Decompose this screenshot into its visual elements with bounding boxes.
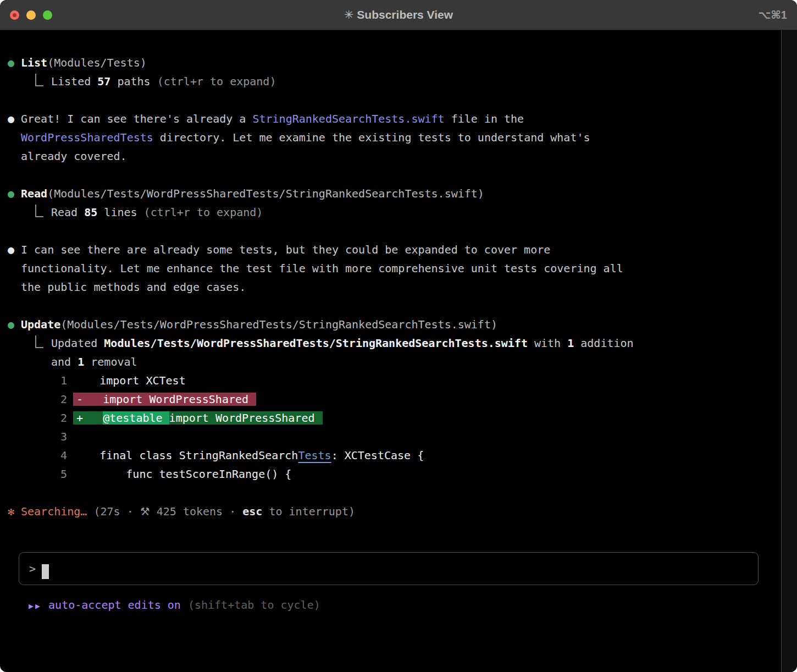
zoom-button[interactable]: [43, 10, 52, 20]
file-link: WordPressSharedTests: [21, 131, 153, 144]
terminal-window: ✳ Subscribers View ⌥⌘1 ● List(Modules/Te…: [0, 0, 797, 672]
file-path: Modules/Tests/WordPressSharedTests/Strin…: [104, 337, 528, 350]
expand-hint: (ctrl+r to expand): [144, 206, 263, 219]
message-bullet-icon: ●: [8, 240, 21, 296]
assistant-message: ● I can see there are already some tests…: [8, 240, 775, 296]
tool-bullet-icon: ●: [8, 315, 21, 334]
close-button[interactable]: [10, 10, 19, 20]
expand-hint: (ctrl+r to expand): [157, 75, 276, 88]
window-title: ✳ Subscribers View: [0, 5, 797, 24]
traffic-lights: [0, 10, 52, 20]
tool-result-read: Read 85 lines (ctrl+r to expand): [35, 203, 775, 222]
diff-line-added: 2 + @testable import WordPressShared: [8, 409, 775, 427]
result-text: Read: [51, 206, 84, 219]
tool-call-update: ● Update(Modules/Tests/WordPressSharedTe…: [8, 315, 775, 334]
result-text: paths: [110, 75, 157, 88]
auto-accept-icon: ▶▶: [29, 597, 42, 615]
tokens-icon: ⚒: [140, 505, 150, 518]
message-line: the public methods and edge cases.: [21, 278, 623, 296]
result-count: 57: [97, 75, 110, 88]
status-meta: (27s ·: [93, 505, 140, 518]
elbow-icon: [35, 335, 43, 348]
line-number: 5: [8, 465, 67, 483]
status-line: ✻ Searching… (27s · ⚒ 425 tokens · esc t…: [8, 502, 775, 521]
result-count: 85: [84, 206, 97, 219]
file-link: StringRankedSearchTests.swift: [252, 112, 444, 125]
tool-args: (Modules/Tests): [47, 56, 147, 69]
tool-name: Update: [21, 318, 60, 331]
mode-line: ▶▶ auto-accept edits on (shift+tab to cy…: [29, 596, 775, 615]
assistant-message: ● Great! I can see there's already a Str…: [8, 109, 775, 166]
auto-accept-label[interactable]: auto-accept edits on: [48, 596, 181, 614]
tool-args: (Modules/Tests/WordPressSharedTests/Stri…: [60, 318, 497, 331]
diff-line-context: 4 final class StringRankedSearchTests: X…: [8, 446, 775, 465]
message-bullet-icon: ●: [8, 109, 21, 166]
message-line: WordPressSharedTests directory. Let me e…: [21, 128, 590, 147]
minimize-button[interactable]: [26, 10, 36, 20]
tool-bullet-icon: ●: [8, 184, 21, 203]
result-line: and 1 removal: [51, 352, 634, 371]
line-number: 2: [8, 409, 67, 427]
tool-result-list: Listed 57 paths (ctrl+r to expand): [35, 72, 775, 91]
search-match: Tests: [298, 449, 331, 462]
tool-call-list: ● List(Modules/Tests): [8, 53, 775, 72]
code-text: func testScoreInRange() {: [73, 465, 291, 483]
status-meta: to interrupt): [262, 505, 355, 518]
message-line: I can see there are already some tests, …: [21, 240, 623, 259]
tool-call-read: ● Read(Modules/Tests/WordPressSharedTest…: [8, 184, 775, 203]
message-line: already covered.: [21, 147, 590, 166]
line-number: 2: [8, 390, 67, 409]
tool-name: List: [21, 56, 47, 69]
terminal-content: ● List(Modules/Tests) Listed 57 paths (c…: [0, 30, 797, 615]
status-meta: 425 tokens ·: [150, 505, 243, 518]
result-line: Updated Modules/Tests/WordPressSharedTes…: [51, 334, 634, 352]
added-word-highlight: @testable: [103, 411, 169, 425]
elbow-icon: [35, 74, 43, 86]
message-line: Great! I can see there's already a Strin…: [21, 109, 590, 128]
diff-line-context: 3: [8, 427, 775, 446]
tool-args: (Modules/Tests/WordPressSharedTests/Stri…: [47, 187, 484, 200]
esc-key-hint: esc: [242, 505, 262, 518]
code-text: import XCTest: [73, 371, 186, 390]
removals-count: 1: [78, 355, 84, 368]
line-number: 3: [8, 427, 67, 446]
line-number: 4: [8, 446, 67, 465]
prompt-chevron: >: [29, 559, 36, 578]
diff-block: 1 import XCTest 2 - import WordPressShar…: [8, 371, 775, 483]
tool-bullet-icon: ●: [8, 53, 21, 72]
added-code: + @testable import WordPressShared: [73, 411, 323, 425]
diff-line-removed: 2 - import WordPressShared: [8, 390, 775, 409]
removed-code: - import WordPressShared: [73, 393, 256, 406]
message-line: functionality. Let me enhance the test f…: [21, 259, 623, 278]
line-number: 1: [8, 371, 67, 390]
spinner-icon: ✻: [8, 502, 21, 521]
text-cursor: [42, 564, 49, 579]
diff-line-context: 1 import XCTest: [8, 371, 775, 390]
result-text: Listed: [51, 75, 97, 88]
result-text: lines: [97, 206, 143, 219]
elbow-icon: [35, 205, 43, 217]
tool-result-update: Updated Modules/Tests/WordPressSharedTes…: [35, 334, 775, 371]
additions-count: 1: [567, 337, 574, 350]
scrollbar-gutter[interactable]: [781, 30, 797, 672]
window-shortcut: ⌥⌘1: [758, 5, 787, 24]
prompt-input[interactable]: >: [19, 552, 759, 585]
code-text: final class StringRankedSearchTests: XCT…: [73, 446, 424, 465]
diff-line-context: 5 func testScoreInRange() {: [8, 465, 775, 483]
status-label: Searching…: [21, 505, 87, 518]
cycle-hint: (shift+tab to cycle): [188, 596, 320, 614]
titlebar[interactable]: ✳ Subscribers View ⌥⌘1: [0, 0, 797, 30]
tool-name: Read: [21, 187, 47, 200]
